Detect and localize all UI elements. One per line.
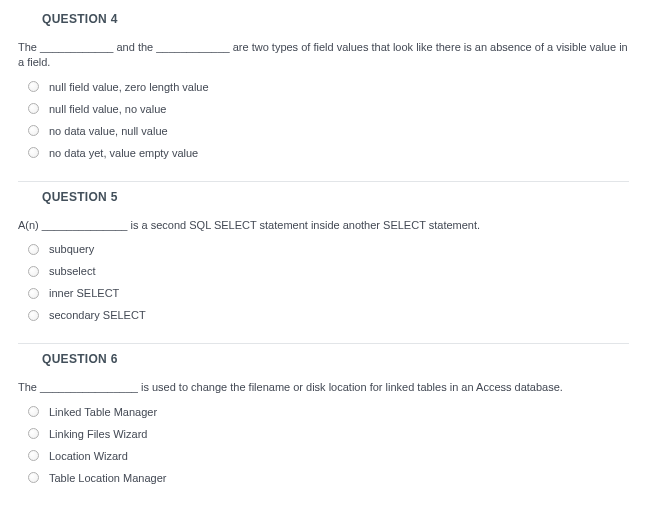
option-label: no data value, null value [49, 125, 168, 137]
radio-icon[interactable] [28, 428, 39, 439]
divider [18, 343, 629, 344]
radio-icon[interactable] [28, 406, 39, 417]
radio-icon[interactable] [28, 244, 39, 255]
radio-icon[interactable] [28, 81, 39, 92]
question-6-option-3[interactable]: Table Location Manager [28, 472, 629, 484]
question-4-title: QUESTION 4 [42, 12, 629, 26]
question-5-prompt: A(n) ______________ is a second SQL SELE… [18, 218, 629, 233]
question-6-options: Linked Table Manager Linking Files Wizar… [28, 406, 629, 484]
question-4-block: QUESTION 4 The ____________ and the ____… [18, 12, 629, 159]
quiz-page: QUESTION 4 The ____________ and the ____… [0, 0, 647, 510]
question-5-option-2[interactable]: inner SELECT [28, 287, 629, 299]
option-label: Linking Files Wizard [49, 428, 147, 440]
question-5-option-3[interactable]: secondary SELECT [28, 309, 629, 321]
option-label: secondary SELECT [49, 309, 146, 321]
radio-icon[interactable] [28, 125, 39, 136]
radio-icon[interactable] [28, 266, 39, 277]
question-5-options: subquery subselect inner SELECT secondar… [28, 243, 629, 321]
question-6-option-2[interactable]: Location Wizard [28, 450, 629, 462]
question-4-option-1[interactable]: null field value, no value [28, 103, 629, 115]
radio-icon[interactable] [28, 472, 39, 483]
question-5-title: QUESTION 5 [42, 190, 629, 204]
question-6-prompt: The ________________ is used to change t… [18, 380, 629, 395]
option-label: no data yet, value empty value [49, 147, 198, 159]
option-label: null field value, zero length value [49, 81, 209, 93]
radio-icon[interactable] [28, 103, 39, 114]
question-6-option-0[interactable]: Linked Table Manager [28, 406, 629, 418]
option-label: subselect [49, 265, 95, 277]
question-4-prompt: The ____________ and the ____________ ar… [18, 40, 629, 71]
question-5-option-1[interactable]: subselect [28, 265, 629, 277]
radio-icon[interactable] [28, 310, 39, 321]
question-6-option-1[interactable]: Linking Files Wizard [28, 428, 629, 440]
option-label: subquery [49, 243, 94, 255]
question-5-option-0[interactable]: subquery [28, 243, 629, 255]
radio-icon[interactable] [28, 450, 39, 461]
option-label: Linked Table Manager [49, 406, 157, 418]
option-label: Location Wizard [49, 450, 128, 462]
question-4-option-3[interactable]: no data yet, value empty value [28, 147, 629, 159]
question-4-option-0[interactable]: null field value, zero length value [28, 81, 629, 93]
divider [18, 181, 629, 182]
radio-icon[interactable] [28, 288, 39, 299]
question-4-option-2[interactable]: no data value, null value [28, 125, 629, 137]
radio-icon[interactable] [28, 147, 39, 158]
question-6-title: QUESTION 6 [42, 352, 629, 366]
question-6-block: QUESTION 6 The ________________ is used … [18, 352, 629, 483]
option-label: Table Location Manager [49, 472, 166, 484]
option-label: null field value, no value [49, 103, 166, 115]
option-label: inner SELECT [49, 287, 119, 299]
question-5-block: QUESTION 5 A(n) ______________ is a seco… [18, 190, 629, 321]
question-4-options: null field value, zero length value null… [28, 81, 629, 159]
